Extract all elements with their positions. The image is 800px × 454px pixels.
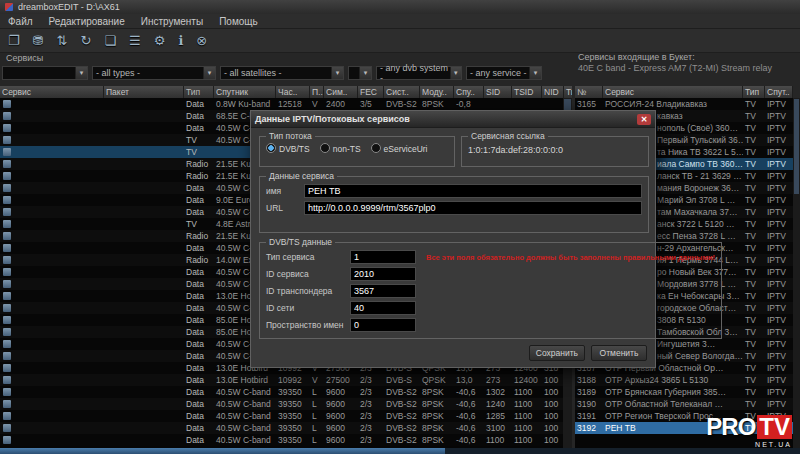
service-type-icon	[3, 256, 11, 264]
menu-tools[interactable]: Инструменты	[133, 16, 211, 27]
column-header[interactable]: Сервис	[0, 86, 104, 98]
settings-icon[interactable]: ⚙	[154, 33, 166, 48]
table-row[interactable]: Data40.5W C-band39350L96002/3DVB-S28PSK-…	[0, 386, 572, 398]
cancel-button[interactable]: Отменить	[591, 345, 647, 361]
service-type-icon	[3, 148, 11, 156]
column-header[interactable]: Тип	[743, 86, 765, 98]
chevron-down-icon[interactable]: ▾	[75, 67, 87, 79]
table-row[interactable]: 3190ОТР Областной Телеканал …TVIPTV	[575, 398, 793, 410]
namespace-input[interactable]	[350, 318, 416, 332]
table-row[interactable]: Data40.5W C-band39350L96002/3DVB-S28PSK-…	[0, 410, 572, 422]
column-header[interactable]: FEC	[358, 86, 384, 98]
bouquet-header: Сервисы входящие в Букет:	[578, 52, 695, 62]
service-type-icon	[3, 124, 11, 132]
table-row[interactable]: Data40.5W C-band39350L96002/3DVB-S28PSK-…	[0, 434, 572, 446]
service-type-icon	[3, 100, 11, 108]
service-type-icon	[3, 220, 11, 228]
filter-satellites[interactable]: - all satellites -▾	[220, 66, 344, 80]
ftp-transfer-icon[interactable]: ⇅	[57, 33, 68, 48]
column-header[interactable]: Час..	[276, 86, 310, 98]
table-row[interactable]: 3165РОССИЯ-24 ВладикавказTVIPTV	[575, 98, 793, 110]
chevron-down-icon[interactable]: ▾	[450, 67, 461, 79]
column-header[interactable]: Сим..	[324, 86, 358, 98]
column-header[interactable]: Спу..	[454, 86, 484, 98]
radio-eserviceuri[interactable]: eServiceUri	[371, 143, 428, 154]
watermark-net-text: NET.UA	[706, 441, 792, 448]
filter-dvb-system[interactable]: - any dvb system -▾	[376, 66, 462, 80]
bouquet-table-header: №СервисТипСпут..	[575, 86, 793, 98]
chevron-down-icon[interactable]: ▾	[331, 67, 343, 79]
save-button[interactable]: Сохранить	[529, 345, 585, 361]
column-header[interactable]: TSID	[512, 86, 542, 98]
menu-bar: Файл Редактирование Инструменты Помощь	[0, 14, 800, 29]
column-header[interactable]: Моду..	[420, 86, 454, 98]
table-row[interactable]: Data40.5W C-band39350L96002/3DVB-S28PSK-…	[0, 398, 572, 410]
column-header[interactable]: SID	[484, 86, 512, 98]
chevron-down-icon[interactable]: ▾	[203, 67, 215, 79]
menu-file[interactable]: Файл	[0, 16, 41, 27]
service-id-input[interactable]	[350, 267, 416, 281]
reload-icon[interactable]: ↻	[80, 33, 91, 48]
column-header[interactable]: Спут..	[765, 86, 793, 98]
menu-edit[interactable]: Редактирование	[41, 16, 133, 27]
dvb-data-group: DVB/TS данные Тип сервиса Все эти поля о…	[259, 237, 722, 339]
title-bar: dreamboxEDIT - D:\AX61	[0, 0, 800, 14]
watermark-pro-text: PRO	[706, 413, 755, 441]
column-header[interactable]: Спутник	[214, 86, 276, 98]
save-icon[interactable]: ⛃	[33, 33, 44, 48]
filter-service[interactable]: - any service -▾	[466, 66, 542, 80]
radio-nonts[interactable]: non-TS	[320, 143, 361, 154]
service-type-input[interactable]	[350, 250, 416, 264]
radio-dvbts[interactable]: DVB/TS	[266, 143, 310, 154]
radio-selected-icon	[266, 143, 276, 153]
column-header[interactable]: №	[575, 86, 603, 98]
watermark-tv-text: TV	[757, 415, 792, 439]
service-type-icon	[3, 208, 11, 216]
window-title: dreamboxEDIT - D:\AX61	[18, 2, 120, 12]
dialog-title: Данные IPTV/Потоковых сервисов	[255, 114, 410, 124]
service-type-icon	[3, 244, 11, 252]
right-vertical-scrollbar[interactable]	[793, 98, 800, 448]
open-file-icon[interactable]: ❐	[8, 33, 20, 48]
column-header[interactable]: Сервис	[603, 86, 743, 98]
chevron-down-icon[interactable]: ▾	[529, 67, 541, 79]
table-row[interactable]: 3188ОТР Архыз24 3865 L 5130TVIPTV	[575, 374, 793, 386]
service-type-icon	[3, 400, 11, 408]
horizontal-scrollbar[interactable]	[0, 448, 800, 454]
services-list-icon[interactable]: ☰	[129, 33, 141, 48]
radio-icon	[320, 143, 330, 153]
column-header[interactable]: Тип	[184, 86, 214, 98]
dvb-data-label: DVB/TS данные	[266, 237, 335, 247]
service-name-input[interactable]	[304, 184, 642, 198]
scrollbar-thumb[interactable]	[0, 448, 445, 454]
table-row[interactable]: Data0.8W Ku-band12518V24003/5DVB-S28PSK-…	[0, 98, 572, 110]
table-row[interactable]: Data40.5W C-band39350L96002/3DVB-S28PSK-…	[0, 422, 572, 434]
service-type-icon	[3, 160, 11, 168]
service-url-input[interactable]	[304, 201, 642, 215]
copy-icon[interactable]: ❏	[104, 33, 116, 48]
column-header[interactable]: П..	[310, 86, 324, 98]
app-window: dreamboxEDIT - D:\AX61 Файл Редактирован…	[0, 0, 800, 454]
service-reference: 1:0:1:7da:def:28:0:0:0:0	[462, 141, 648, 159]
column-header[interactable]: Пакет	[104, 86, 184, 98]
table-row[interactable]: 3189ОТР Брянская Губерния 385…TVIPTV	[575, 386, 793, 398]
close-icon[interactable]: ✕	[637, 114, 651, 125]
table-row[interactable]: Data13.0E Hotbird10992V275002/3DVB-SQPSK…	[0, 374, 572, 386]
chevron-down-icon[interactable]: ▾	[359, 67, 371, 79]
menu-help[interactable]: Помощь	[211, 16, 266, 27]
scrollbar-thumb[interactable]	[794, 99, 799, 194]
column-header[interactable]: NID	[542, 86, 564, 98]
info-icon[interactable]: ℹ	[178, 33, 183, 48]
filter-types[interactable]: - all types -▾	[92, 66, 216, 80]
exit-icon[interactable]: ⊗	[196, 33, 207, 48]
iptv-service-dialog: Данные IPTV/Потоковых сервисов ✕ Тип пот…	[250, 110, 656, 368]
filter-blank-2[interactable]: ▾	[348, 66, 372, 80]
column-header[interactable]: Сист..	[384, 86, 420, 98]
filter-blank-1[interactable]: ▾	[2, 66, 88, 80]
service-data-group: Данные сервиса имя URL	[259, 171, 649, 233]
network-id-input[interactable]	[350, 301, 416, 315]
transponder-id-input[interactable]	[350, 284, 416, 298]
network-id-label: ID сети	[266, 303, 350, 313]
column-header[interactable]: Тип..	[564, 86, 572, 98]
services-panel-title: Сервисы	[6, 53, 43, 63]
